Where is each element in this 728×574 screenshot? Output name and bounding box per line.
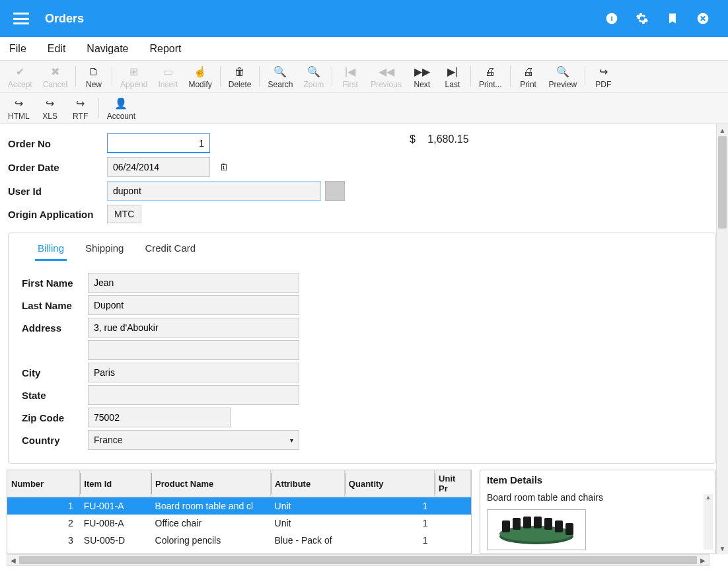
- tab-billing[interactable]: Billing: [35, 240, 67, 261]
- first-name-label: First Name: [22, 277, 88, 289]
- rtf-button[interactable]: ↪RTF: [65, 94, 96, 122]
- delete-button[interactable]: 🗑Delete: [223, 62, 257, 90]
- insert-button: ▭Insert: [153, 62, 183, 90]
- svg-rect-11: [565, 523, 573, 535]
- total-amount: 1,680.15: [427, 133, 468, 145]
- lookup-button[interactable]: [325, 181, 345, 201]
- next-button[interactable]: ▶▶Next: [407, 62, 437, 90]
- col-attribute[interactable]: Attribute: [271, 470, 345, 497]
- previous-button: ◀◀Previous: [365, 62, 407, 90]
- printd-button[interactable]: 🖨Print...: [474, 62, 507, 90]
- address-label: Address: [22, 322, 88, 334]
- address2-input[interactable]: [88, 340, 299, 360]
- tab-shipping[interactable]: Shipping: [83, 240, 126, 260]
- pdf-button[interactable]: ↪PDF: [588, 62, 618, 90]
- chevron-down-icon: ▾: [290, 437, 293, 444]
- col-number[interactable]: Number: [7, 470, 80, 497]
- app-title: Orders: [45, 12, 84, 26]
- main-vertical-scrollbar[interactable]: ▲ ▼: [716, 124, 728, 554]
- first-name-input[interactable]: [88, 273, 299, 293]
- modify-button[interactable]: ☝Modify: [183, 62, 217, 90]
- col-item-id[interactable]: Item Id: [80, 470, 151, 497]
- user-id-input[interactable]: [107, 181, 321, 201]
- svg-rect-9: [544, 518, 552, 530]
- last-name-input[interactable]: [88, 295, 299, 315]
- menu-navigate[interactable]: Navigate: [85, 40, 129, 57]
- item-details-title: Item Details: [487, 474, 709, 485]
- table-row[interactable]: 2FU-008-A Office chairUnit 1: [7, 515, 471, 532]
- item-details-product: Board room table and chairs: [487, 492, 709, 503]
- col-product-name[interactable]: Product Name: [151, 470, 271, 497]
- zoom-button: 🔍Zoom: [299, 62, 330, 90]
- table-row[interactable]: 1FU-001-A Board room table and clUnit 1: [7, 497, 471, 515]
- preview-button[interactable]: 🔍Preview: [544, 62, 583, 90]
- svg-rect-5: [502, 520, 510, 532]
- svg-text:i: i: [610, 14, 612, 22]
- menu-icon[interactable]: [13, 13, 29, 24]
- tab-credit-card[interactable]: Credit Card: [142, 240, 198, 260]
- bookmark-icon[interactable]: [661, 7, 684, 30]
- account-button[interactable]: 👤Account: [102, 94, 141, 122]
- close-icon[interactable]: [691, 7, 715, 30]
- scroll-up-icon[interactable]: ▲: [717, 124, 728, 136]
- zip-input[interactable]: [88, 408, 231, 427]
- city-label: City: [22, 367, 88, 378]
- new-button[interactable]: 🗋New: [79, 62, 109, 90]
- scroll-right-icon[interactable]: ▶: [697, 555, 709, 565]
- scroll-left-icon[interactable]: ◀: [7, 555, 19, 565]
- currency-symbol: $: [410, 133, 416, 145]
- info-icon[interactable]: i: [600, 7, 624, 30]
- scroll-down-icon[interactable]: ▼: [717, 542, 728, 554]
- user-id-label: User Id: [8, 186, 107, 197]
- append-button: ⊞Append: [115, 62, 153, 90]
- last-button[interactable]: ▶|Last: [437, 62, 468, 90]
- item-details-panel: Item Details Board room table and chairs…: [480, 470, 716, 554]
- col-quantity[interactable]: Quantity: [344, 470, 434, 497]
- order-no-input[interactable]: [107, 133, 210, 153]
- accept-button: ✔Accept: [3, 62, 38, 90]
- search-button[interactable]: 🔍Search: [262, 62, 298, 90]
- address1-input[interactable]: [88, 318, 299, 338]
- settings-icon[interactable]: [630, 7, 654, 30]
- items-grid[interactable]: Number Item Id Product Name Attribute Qu…: [7, 470, 472, 554]
- order-date-label: Order Date: [8, 162, 107, 173]
- country-value: France: [94, 435, 123, 445]
- print-button[interactable]: 🖨Print: [513, 62, 544, 90]
- svg-rect-10: [555, 520, 563, 532]
- cancel-button: ✖Cancel: [38, 62, 73, 90]
- country-label: Country: [22, 435, 88, 446]
- state-label: State: [22, 390, 88, 401]
- city-input[interactable]: [88, 363, 299, 382]
- table-row[interactable]: 3SU-005-D Coloring pencilsBlue - Pack of…: [7, 532, 471, 549]
- xls-button[interactable]: ↪XLS: [35, 94, 65, 122]
- svg-rect-7: [523, 517, 531, 528]
- col-unit-pr[interactable]: Unit Pr: [435, 470, 471, 497]
- product-image: [487, 509, 586, 550]
- origin-app-label: Origin Application: [8, 209, 107, 220]
- html-button[interactable]: ↪HTML: [3, 94, 35, 122]
- order-no-label: Order No: [8, 138, 107, 149]
- calendar-icon[interactable]: 🗓: [219, 162, 229, 172]
- order-date-input[interactable]: [107, 157, 210, 177]
- first-button: |◀First: [335, 62, 365, 90]
- horizontal-scrollbar[interactable]: ◀ ▶: [7, 554, 710, 566]
- zip-label: Zip Code: [22, 412, 88, 423]
- state-input[interactable]: [88, 385, 299, 405]
- menu-report[interactable]: Report: [149, 40, 183, 57]
- menu-edit[interactable]: Edit: [46, 40, 67, 57]
- table-row[interactable]: 4SU-002-C NotebookPack of 10 1: [7, 549, 471, 554]
- svg-rect-6: [513, 518, 521, 530]
- country-select[interactable]: France ▾: [88, 430, 299, 450]
- origin-app-value: MTC: [107, 205, 141, 223]
- svg-rect-8: [534, 517, 542, 528]
- menu-file[interactable]: File: [8, 40, 28, 57]
- item-details-scrollbar[interactable]: ▲: [704, 494, 713, 550]
- last-name-label: Last Name: [22, 300, 88, 311]
